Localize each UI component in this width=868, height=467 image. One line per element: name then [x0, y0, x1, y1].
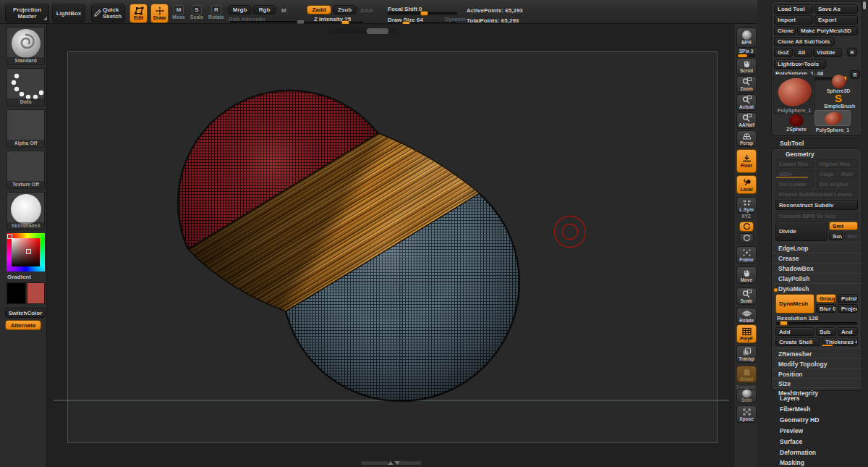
resolution-handle[interactable]	[780, 321, 788, 326]
resolution-slider[interactable]	[776, 322, 857, 325]
goz-all-button[interactable]: All	[794, 48, 812, 57]
make-polymesh-button[interactable]: Make PolyMesh3D	[797, 26, 858, 35]
zcut-button[interactable]: Zcut	[360, 7, 373, 14]
sculpt-viewport[interactable]	[47, 24, 733, 467]
geometry-hd-header[interactable]: Geometry HD	[780, 416, 819, 424]
convert-bpr-button[interactable]: Convert BPR To Geo	[775, 211, 858, 220]
add-button[interactable]: Add	[775, 327, 814, 336]
clone-button[interactable]: Clone	[774, 26, 796, 35]
quick-sketch-button[interactable]: Quick Sketch	[91, 4, 125, 22]
material-thumbnail[interactable]: SkinShade4	[7, 192, 45, 230]
scroll-down-arrow-icon[interactable]	[394, 461, 400, 465]
secondary-color-swatch[interactable]	[27, 282, 45, 304]
spix-control[interactable]: SPix 3	[734, 49, 758, 58]
groups-button[interactable]: Groups	[816, 294, 836, 303]
rotate-shelf-button[interactable]: Rotate	[736, 308, 757, 324]
active-tool-thumbnail[interactable]: PolySphere_1	[773, 75, 815, 114]
masking-header[interactable]: Masking	[780, 459, 804, 466]
zremesher-section[interactable]: ZRemesher	[773, 348, 862, 358]
scale-button[interactable]: S Scale	[189, 5, 205, 20]
lightbox-button[interactable]: LightBox	[52, 4, 85, 22]
reconstruct-subdiv-button[interactable]: Reconstruct Subdiv	[775, 200, 858, 210]
palette-scrollbar[interactable]	[863, 1, 866, 9]
surface-header[interactable]: Surface	[780, 438, 802, 445]
color-picker-hue-cursor[interactable]	[7, 234, 12, 239]
texture-thumbnail[interactable]: Texture Off	[7, 151, 45, 189]
switch-color-button[interactable]: SwitchColor	[5, 308, 46, 318]
persp-shelf-button[interactable]: Persp	[736, 130, 757, 147]
focal-shift-handle[interactable]	[420, 11, 428, 16]
m-button[interactable]: M	[281, 7, 286, 14]
rgb-button[interactable]: Rgb	[253, 5, 276, 14]
and-button[interactable]: And	[838, 327, 858, 336]
goz-visible-button[interactable]: Visible	[813, 48, 842, 57]
canvas-bottom-scrollbar2[interactable]	[396, 461, 421, 465]
clone-all-subtools-button[interactable]: Clone All SubTools	[774, 37, 835, 46]
bpr-shelf-button[interactable]: BPR	[736, 28, 757, 48]
scroll-shelf-button[interactable]: Scroll	[736, 58, 757, 75]
alternate-button[interactable]: Alternate	[5, 320, 41, 330]
move-button[interactable]: M Move	[171, 5, 187, 20]
zsub-button[interactable]: Zsub	[333, 5, 357, 14]
cage-button[interactable]: Cage	[816, 169, 836, 178]
move-shelf-button[interactable]: Move	[736, 266, 757, 284]
suv-button[interactable]: Suv	[829, 232, 843, 240]
mrgb-button[interactable]: Mrgb	[228, 5, 252, 14]
zsphere-tool[interactable]: ZSphere	[782, 114, 811, 132]
crease-section[interactable]: Crease	[773, 253, 862, 262]
zoom-shelf-button[interactable]: Zoom	[736, 76, 757, 93]
frame-shelf-button[interactable]: Frame	[736, 246, 757, 264]
focal-shift-slider[interactable]	[388, 12, 457, 15]
sphere3d-tool[interactable]: Sphere3D	[824, 75, 853, 93]
polish-button[interactable]: Polish	[838, 294, 858, 303]
geometry-header[interactable]: Geometry	[786, 151, 814, 158]
lower-res-button[interactable]: Lower Res	[775, 159, 814, 168]
main-color-swatch[interactable]	[7, 282, 26, 304]
shadowbox-section[interactable]: ShadowBox	[773, 263, 862, 272]
edgeloop-section[interactable]: EdgeLoop	[773, 243, 862, 252]
zadd-button[interactable]: Zadd	[307, 5, 331, 14]
modify-topology-section[interactable]: Modify Topology	[773, 358, 862, 368]
lsym-shelf-button[interactable]: L.Sym	[736, 197, 757, 213]
import-button[interactable]: Import	[774, 15, 813, 25]
spix-handle[interactable]	[738, 54, 747, 57]
rotate-button[interactable]: R Rotate	[208, 5, 225, 20]
local-shelf-button[interactable]: Local	[736, 175, 757, 194]
polysphere-tool[interactable]	[814, 110, 851, 126]
smt-button[interactable]: Smt	[829, 222, 858, 230]
subtool-header[interactable]: SubTool	[780, 140, 804, 147]
save-as-button[interactable]: Save As	[814, 4, 858, 14]
del-lower-button[interactable]: Del Lower	[775, 180, 814, 188]
sub-button[interactable]: Sub	[816, 327, 836, 336]
project-button[interactable]: Project	[838, 304, 858, 313]
goz-button[interactable]: GoZ	[774, 48, 793, 57]
canvas-bottom-scrollbar[interactable]	[362, 461, 388, 465]
color-picker-sv-cursor[interactable]	[26, 249, 31, 254]
transp-shelf-button[interactable]: Transp	[736, 345, 757, 363]
blur-slider[interactable]: Blur 0	[816, 304, 836, 313]
goz-r-button[interactable]: R	[847, 48, 857, 56]
divide-button[interactable]: Divide	[775, 222, 827, 241]
reuv-button[interactable]: ReUV	[844, 232, 858, 240]
draw-button[interactable]: Draw	[150, 4, 169, 23]
color-picker[interactable]	[7, 233, 45, 272]
size-section[interactable]: Size	[773, 378, 862, 387]
claypolish-section[interactable]: ClayPolish	[773, 273, 862, 282]
xpose-shelf-button[interactable]: Xpose	[736, 405, 757, 423]
actual-shelf-button[interactable]: Actual	[736, 94, 757, 111]
del-higher-button[interactable]: Del Higher	[816, 180, 858, 188]
dynamesh-button[interactable]: DynaMesh	[775, 294, 814, 314]
simplebrush-tool[interactable]: S SimpleBrush	[824, 93, 853, 109]
stroke-thumbnail[interactable]: Dots	[7, 68, 45, 106]
higher-res-button[interactable]: Higher Res	[816, 159, 858, 168]
scale-shelf-button[interactable]: Scale	[736, 287, 757, 305]
document-canvas[interactable]	[47, 24, 733, 467]
deformation-header[interactable]: Deformation	[780, 449, 816, 456]
sculpt-mesh[interactable]	[178, 91, 519, 401]
preview-header[interactable]: Preview	[780, 427, 803, 434]
polyf-shelf-button[interactable]: PolyF	[736, 324, 757, 343]
layers-header[interactable]: Layers	[780, 395, 799, 402]
dynamesh-section[interactable]: DynaMesh	[773, 283, 862, 293]
export-button[interactable]: Export	[814, 15, 858, 25]
spix-slider[interactable]	[736, 54, 756, 57]
